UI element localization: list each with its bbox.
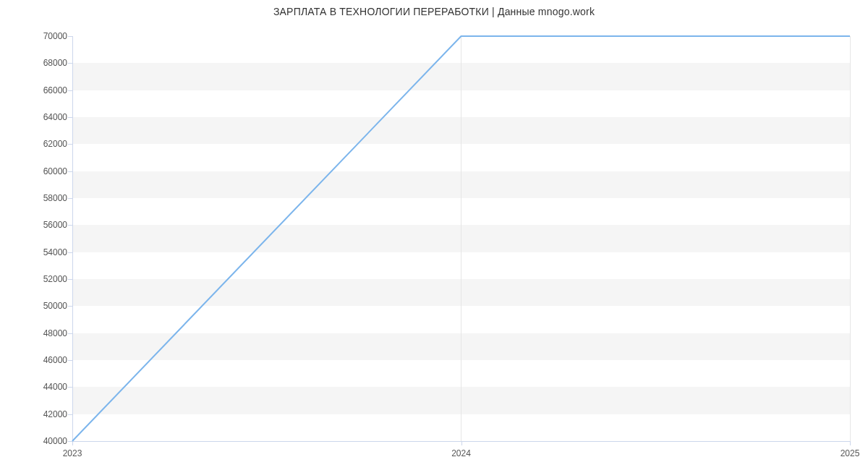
- x-tick: [850, 441, 851, 445]
- y-tick-label: 62000: [33, 139, 67, 149]
- y-tick-label: 40000: [33, 436, 67, 446]
- y-tick-label: 58000: [33, 193, 67, 203]
- x-tick-label: 2023: [63, 448, 82, 458]
- chart-title: ЗАРПЛАТА В ТЕХНОЛОГИИ ПЕРЕРАБОТКИ | Данн…: [0, 6, 868, 17]
- y-tick-label: 66000: [33, 85, 67, 95]
- y-tick-label: 64000: [33, 112, 67, 122]
- y-tick-label: 54000: [33, 247, 67, 257]
- x-tick: [461, 441, 462, 445]
- y-tick-label: 50000: [33, 301, 67, 311]
- chart-container: ЗАРПЛАТА В ТЕХНОЛОГИИ ПЕРЕРАБОТКИ | Данн…: [0, 0, 868, 470]
- series-layer: [72, 36, 850, 441]
- y-tick-label: 68000: [33, 58, 67, 68]
- x-tick-label: 2024: [451, 448, 471, 458]
- y-tick-label: 44000: [33, 382, 67, 392]
- y-tick-label: 70000: [33, 31, 67, 41]
- plot-area: 4000042000440004600048000500005200054000…: [72, 36, 850, 441]
- series-line: [72, 36, 850, 441]
- x-tick: [72, 441, 73, 445]
- y-tick-label: 60000: [33, 166, 67, 176]
- y-tick-label: 48000: [33, 328, 67, 338]
- y-tick-label: 42000: [33, 409, 67, 419]
- y-tick-label: 56000: [33, 220, 67, 230]
- x-tick-label: 2025: [841, 448, 860, 458]
- y-tick-label: 52000: [33, 274, 67, 284]
- y-tick-label: 46000: [33, 355, 67, 365]
